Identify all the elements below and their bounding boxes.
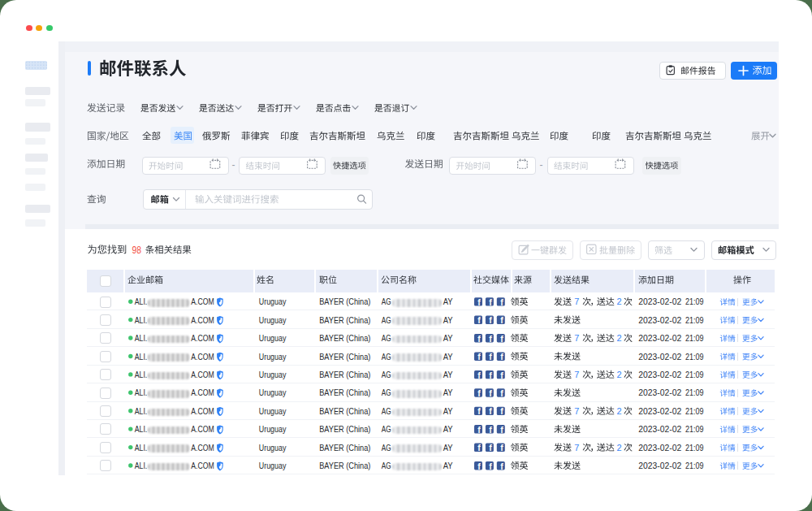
svg-text:2023-02-02: 2023-02-02	[638, 370, 681, 379]
svg-text:2: 2	[617, 406, 622, 416]
svg-text:BAYER (China): BAYER (China)	[319, 406, 370, 416]
svg-text:ALI.: ALI.	[135, 461, 148, 470]
svg-text:-: -	[540, 159, 543, 171]
svg-text:21:09: 21:09	[685, 370, 704, 379]
svg-text:AY: AY	[443, 297, 453, 306]
svg-text:BAYER (China): BAYER (China)	[319, 352, 370, 362]
svg-text:2: 2	[617, 333, 622, 343]
svg-text:BAYER (China): BAYER (China)	[319, 424, 370, 434]
svg-text:2023-02-02: 2023-02-02	[638, 443, 681, 453]
svg-text:7: 7	[574, 406, 579, 416]
svg-text:f: f	[489, 297, 492, 307]
svg-text:ALI.: ALI.	[135, 370, 148, 379]
svg-text:f: f	[477, 388, 481, 398]
svg-text:21:09: 21:09	[685, 352, 704, 362]
svg-text:21:09: 21:09	[685, 461, 704, 470]
svg-text:Uruguay: Uruguay	[259, 461, 287, 470]
svg-text:f: f	[489, 334, 492, 344]
svg-text:2023-02-02: 2023-02-02	[638, 461, 681, 470]
svg-text:2023-02-02: 2023-02-02	[638, 297, 681, 306]
svg-text:A.COM: A.COM	[191, 315, 214, 325]
svg-text:A.COM: A.COM	[191, 333, 214, 343]
svg-text:BAYER (China): BAYER (China)	[319, 333, 370, 343]
svg-text:ALI.: ALI.	[135, 315, 148, 325]
svg-text:Uruguay: Uruguay	[259, 315, 287, 325]
svg-text:7: 7	[574, 297, 579, 306]
svg-text:Uruguay: Uruguay	[259, 424, 287, 434]
svg-text:7: 7	[574, 333, 579, 343]
svg-text:AY: AY	[443, 352, 453, 362]
svg-text:ALI.: ALI.	[135, 424, 148, 434]
svg-text:AG: AG	[382, 297, 391, 306]
svg-text:f: f	[500, 352, 503, 362]
svg-text:A.COM: A.COM	[191, 297, 214, 306]
svg-text:f: f	[489, 443, 492, 453]
svg-text:A.COM: A.COM	[191, 388, 214, 397]
svg-text:AY: AY	[443, 406, 453, 416]
svg-text:AG: AG	[382, 406, 391, 416]
svg-text:98: 98	[132, 245, 142, 256]
svg-text:f: f	[489, 461, 492, 471]
svg-text:AY: AY	[443, 315, 453, 325]
svg-text:f: f	[500, 461, 503, 471]
svg-text:f: f	[477, 297, 481, 307]
svg-text:AG: AG	[382, 352, 391, 362]
svg-text:ALI.: ALI.	[135, 406, 148, 416]
svg-text:f: f	[500, 315, 503, 325]
svg-text:f: f	[477, 443, 481, 453]
svg-text:BAYER (China): BAYER (China)	[319, 388, 370, 397]
svg-text:AY: AY	[443, 370, 453, 379]
svg-text:f: f	[489, 388, 492, 398]
svg-text:21:09: 21:09	[685, 443, 704, 453]
svg-text:AG: AG	[382, 333, 391, 343]
svg-text:f: f	[500, 388, 503, 398]
svg-text:BAYER (China): BAYER (China)	[319, 370, 370, 379]
svg-text:21:09: 21:09	[685, 333, 704, 343]
svg-text:BAYER (China): BAYER (China)	[319, 461, 370, 470]
svg-text:ALI.: ALI.	[135, 443, 148, 453]
svg-text:ALI.: ALI.	[135, 352, 148, 362]
svg-text:A.COM: A.COM	[191, 461, 214, 470]
svg-text:f: f	[500, 297, 503, 307]
svg-text:f: f	[500, 425, 503, 435]
svg-text:AY: AY	[443, 388, 453, 397]
svg-text:AG: AG	[382, 388, 391, 397]
svg-text:AG: AG	[382, 424, 391, 434]
svg-text:f: f	[477, 425, 481, 435]
svg-text:AY: AY	[443, 333, 453, 343]
svg-text:AY: AY	[443, 461, 453, 470]
svg-text:A.COM: A.COM	[191, 352, 214, 362]
svg-text:f: f	[489, 352, 492, 362]
svg-text:2023-02-02: 2023-02-02	[638, 315, 681, 325]
svg-text:f: f	[477, 352, 481, 362]
svg-text:f: f	[489, 425, 492, 435]
svg-text:AG: AG	[382, 315, 391, 325]
svg-text:2023-02-02: 2023-02-02	[638, 388, 681, 397]
svg-text:ALI.: ALI.	[135, 297, 148, 306]
svg-text:Uruguay: Uruguay	[259, 388, 287, 397]
svg-text:21:09: 21:09	[685, 315, 704, 325]
svg-text:BAYER (China): BAYER (China)	[319, 443, 370, 453]
svg-text:Uruguay: Uruguay	[259, 406, 287, 416]
svg-text:Uruguay: Uruguay	[259, 333, 287, 343]
svg-text:Uruguay: Uruguay	[259, 352, 287, 362]
svg-text:AG: AG	[382, 443, 391, 453]
svg-text:21:09: 21:09	[685, 388, 704, 397]
svg-text:ALI.: ALI.	[135, 333, 148, 343]
svg-text:f: f	[500, 443, 503, 453]
svg-text:f: f	[477, 334, 481, 344]
svg-text:f: f	[489, 315, 492, 325]
svg-text:BAYER (China): BAYER (China)	[319, 315, 370, 325]
svg-text:f: f	[477, 370, 481, 380]
svg-text:f: f	[500, 370, 503, 380]
svg-text:AG: AG	[382, 370, 391, 379]
svg-text:Uruguay: Uruguay	[259, 297, 287, 306]
svg-text:21:09: 21:09	[685, 424, 704, 434]
svg-text:A.COM: A.COM	[191, 370, 214, 379]
svg-text:ALI.: ALI.	[135, 388, 148, 397]
svg-text:f: f	[500, 406, 503, 416]
svg-text:Uruguay: Uruguay	[259, 443, 287, 453]
svg-text:2023-02-02: 2023-02-02	[638, 352, 681, 362]
svg-text:2023-02-02: 2023-02-02	[638, 333, 681, 343]
svg-text:7: 7	[574, 370, 579, 379]
